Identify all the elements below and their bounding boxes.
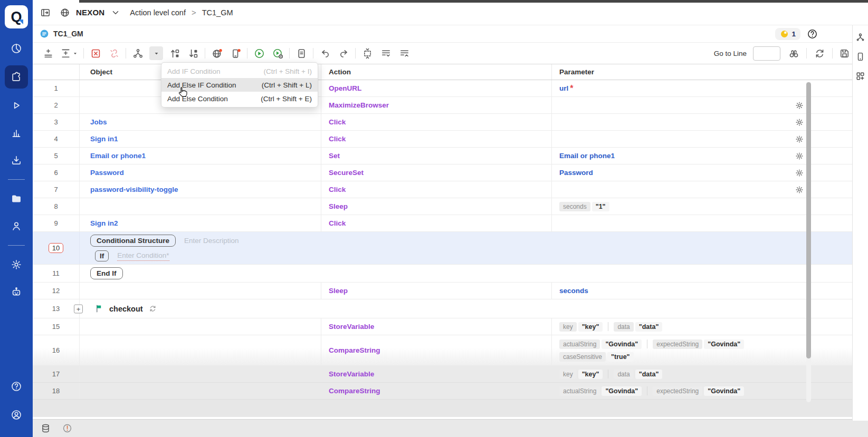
object-link[interactable]: password-visibility-toggle bbox=[90, 186, 178, 193]
rail-device-button[interactable] bbox=[855, 52, 865, 62]
parameter-cell[interactable] bbox=[551, 181, 813, 198]
nav-dashboard[interactable] bbox=[6, 38, 27, 59]
parameter-cell[interactable]: actualString"Govinda"expectedString"Govi… bbox=[551, 335, 813, 365]
rail-object-repository-button[interactable] bbox=[855, 32, 865, 42]
object-cell[interactable] bbox=[79, 283, 321, 299]
action-link[interactable]: MaximizeBrowser bbox=[329, 101, 389, 109]
parameter-cell[interactable]: Password bbox=[551, 164, 813, 181]
param-value-chip[interactable]: "data" bbox=[635, 370, 663, 379]
delete-step-button[interactable] bbox=[89, 46, 102, 60]
credits-badge[interactable]: 1 bbox=[775, 28, 800, 40]
object-cell[interactable]: Sign in1 bbox=[79, 131, 321, 147]
action-link[interactable]: Click bbox=[329, 135, 346, 143]
expand-all-button[interactable] bbox=[379, 46, 393, 60]
breadcrumb-project[interactable]: NEXON bbox=[76, 8, 104, 17]
action-link[interactable]: Sleep bbox=[329, 287, 348, 295]
table-row[interactable]: 18CompareStringactualString"Govinda"expe… bbox=[33, 383, 868, 400]
web-recorder-button[interactable] bbox=[210, 46, 224, 60]
param-value-chip[interactable]: "1" bbox=[592, 202, 609, 211]
table-row[interactable]: 15StoreVariablekey"key"data"data" bbox=[33, 318, 868, 335]
action-cell[interactable]: SecureSet bbox=[321, 164, 551, 181]
mobile-recorder-button[interactable] bbox=[228, 46, 242, 60]
param-value-chip[interactable]: "Govinda" bbox=[704, 339, 744, 349]
menu-item-add-else-if[interactable]: Add Else IF Condition (Ctrl + Shift + L) bbox=[161, 78, 318, 92]
param-value-chip[interactable]: "key" bbox=[578, 370, 603, 379]
param-value-chip[interactable]: "data" bbox=[635, 322, 663, 332]
object-cell[interactable]: Email or phone1 bbox=[79, 148, 321, 164]
param-value-chip[interactable]: "Govinda" bbox=[704, 386, 744, 396]
parameter-cell[interactable] bbox=[551, 114, 813, 130]
table-row[interactable]: 2MaximizeBrowser bbox=[33, 97, 868, 114]
parameter-cell[interactable] bbox=[551, 97, 813, 113]
action-link[interactable]: SecureSet bbox=[329, 169, 364, 177]
conditional-structure-cell[interactable]: Conditional StructureEnter DescriptionIf… bbox=[79, 232, 868, 264]
undo-button[interactable] bbox=[318, 46, 332, 60]
table-row[interactable]: 6PasswordSecureSetPassword bbox=[33, 164, 868, 181]
description-placeholder[interactable]: Enter Description bbox=[184, 237, 239, 245]
action-cell[interactable]: Sleep bbox=[321, 198, 551, 215]
table-row[interactable]: 11End If bbox=[33, 265, 868, 283]
table-row[interactable]: 17StoreVariablekey"key"data"data" bbox=[33, 366, 868, 383]
chevron-down-icon[interactable] bbox=[110, 7, 121, 18]
parameter-name[interactable]: url bbox=[559, 84, 568, 92]
object-link[interactable]: Password bbox=[90, 169, 124, 177]
action-link[interactable]: Set bbox=[329, 152, 340, 160]
action-link[interactable]: StoreVariable bbox=[329, 323, 374, 331]
parameter-name[interactable]: Password bbox=[559, 169, 593, 177]
condition-menu-toggle[interactable] bbox=[149, 46, 163, 60]
object-cell[interactable]: Password bbox=[79, 164, 321, 181]
action-cell[interactable]: StoreVariable bbox=[321, 366, 551, 382]
parameter-cell[interactable]: key"key"data"data" bbox=[551, 366, 813, 382]
parameter-name[interactable]: seconds bbox=[559, 287, 588, 295]
action-cell[interactable]: Click bbox=[321, 215, 551, 231]
object-link[interactable]: Sign in1 bbox=[90, 135, 118, 143]
table-row[interactable]: 16CompareStringactualString"Govinda"expe… bbox=[33, 335, 868, 366]
param-value-chip[interactable]: "true" bbox=[607, 352, 633, 362]
find-button[interactable] bbox=[787, 46, 800, 60]
action-link[interactable]: CompareString bbox=[329, 346, 380, 354]
object-cell[interactable] bbox=[79, 198, 321, 215]
nav-files[interactable] bbox=[6, 188, 27, 209]
condition-placeholder[interactable]: Enter Condition* bbox=[117, 251, 169, 261]
collapse-all-button[interactable] bbox=[397, 46, 411, 60]
nav-settings[interactable] bbox=[6, 254, 27, 275]
nav-test-cases[interactable] bbox=[5, 65, 28, 89]
nav-downloads[interactable] bbox=[6, 150, 27, 171]
action-cell[interactable]: Click bbox=[321, 181, 551, 198]
collapse-selection-button[interactable] bbox=[360, 46, 374, 60]
go-to-line-input[interactable] bbox=[753, 46, 780, 61]
add-step-button[interactable] bbox=[41, 46, 55, 60]
move-step-down-button[interactable] bbox=[186, 46, 200, 60]
nav-users[interactable] bbox=[6, 216, 27, 237]
nav-reports[interactable] bbox=[6, 122, 27, 143]
conditional-structure-chip[interactable]: Conditional Structure bbox=[90, 235, 176, 247]
table-row[interactable]: 5Email or phone1SetEmail or phone1 bbox=[33, 148, 868, 164]
status-data-button[interactable] bbox=[41, 423, 51, 433]
table-scrollbar-thumb[interactable] bbox=[806, 82, 811, 358]
parameter-settings-icon[interactable] bbox=[795, 118, 804, 127]
nav-executions[interactable] bbox=[6, 95, 27, 116]
sync-icon[interactable] bbox=[149, 305, 157, 313]
object-cell[interactable]: Sign in2 bbox=[79, 215, 321, 231]
table-row[interactable]: 8Sleepseconds"1" bbox=[33, 198, 868, 215]
parameter-settings-icon[interactable] bbox=[795, 168, 804, 178]
table-row[interactable]: 13+checkout bbox=[33, 299, 868, 318]
parameter-cell[interactable]: actualString"Govinda"expectedString"Govi… bbox=[551, 383, 813, 399]
table-row[interactable]: 3JobsClick bbox=[33, 114, 868, 131]
param-value-chip[interactable]: "key" bbox=[578, 322, 603, 332]
group-name[interactable]: checkout bbox=[109, 305, 143, 313]
run-with-settings-button[interactable] bbox=[271, 46, 284, 60]
object-link[interactable]: Jobs bbox=[90, 118, 107, 126]
action-link[interactable]: CompareString bbox=[329, 387, 380, 395]
parameter-cell[interactable] bbox=[551, 215, 813, 231]
parameter-settings-icon[interactable] bbox=[795, 185, 804, 195]
parameter-name[interactable]: Email or phone1 bbox=[559, 152, 615, 160]
sidebar-account-button[interactable] bbox=[6, 404, 27, 425]
notes-button[interactable] bbox=[294, 46, 308, 60]
breadcrumb-current[interactable]: TC1_GM bbox=[202, 8, 233, 17]
table-row[interactable]: 12Sleepseconds bbox=[33, 283, 868, 299]
object-link[interactable]: Email or phone1 bbox=[90, 152, 146, 160]
object-cell[interactable]: Jobs bbox=[79, 114, 321, 130]
menu-item-add-else[interactable]: Add Else Condition (Ctrl + Shift + E) bbox=[161, 92, 318, 105]
parameter-cell[interactable]: Email or phone1 bbox=[551, 148, 813, 164]
